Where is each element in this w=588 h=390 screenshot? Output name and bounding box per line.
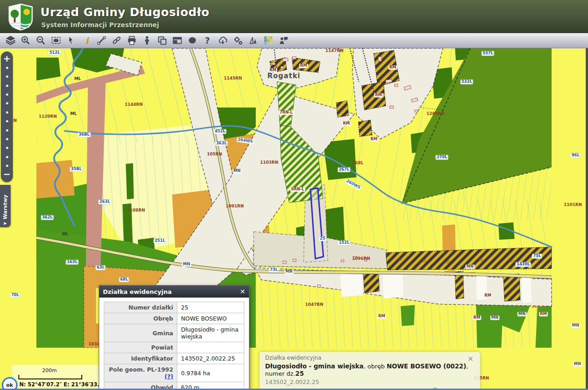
- info-panel-close-icon[interactable]: ✕: [468, 355, 474, 363]
- zoom-in-icon[interactable]: [18, 34, 33, 47]
- attribute-label: Numer działki: [104, 302, 177, 313]
- zoom-slider[interactable]: + −: [1, 52, 13, 182]
- popup-title-text: Działka ewidencyjna: [103, 288, 240, 295]
- map-toolbar: i ?: [0, 33, 588, 48]
- selection-info-panel: Działka ewidencyjna ✕ Długosiodło - gmin…: [260, 352, 480, 390]
- select-area-icon[interactable]: [48, 34, 63, 47]
- download-icon[interactable]: [215, 34, 230, 47]
- app-subtitle: System Informacji Przestrzennej: [41, 21, 159, 29]
- feedback-icon[interactable]: [276, 34, 291, 47]
- gmina-name: Długosiodło - gmina wiejska: [265, 362, 363, 370]
- attribute-value: 143502_2.0022.25: [177, 353, 244, 364]
- zoom-level-dot[interactable]: [6, 67, 8, 69]
- zoom-level-dot[interactable]: [6, 120, 8, 122]
- zoom-level-dot[interactable]: [6, 147, 8, 149]
- copy-view-icon[interactable]: [154, 34, 170, 47]
- zoom-level-dot[interactable]: [6, 165, 8, 167]
- attribute-value: 0.9784 ha: [177, 364, 244, 382]
- zoom-level-dot[interactable]: [6, 111, 8, 114]
- attribute-row: Powiat: [104, 342, 244, 353]
- pointer-icon[interactable]: [63, 34, 79, 47]
- attribute-row: Numer działki25: [104, 302, 244, 313]
- print-icon[interactable]: [124, 34, 139, 47]
- zoom-level-dot[interactable]: [6, 93, 8, 96]
- map-canvas[interactable]: [0, 48, 588, 390]
- attribute-value: Długosiodło - gmina wiejska: [177, 324, 244, 342]
- zoom-level-dot[interactable]: [6, 129, 8, 132]
- gis-application: 1147RN1145RN1144RN1120RN133RN1280RN1103R…: [0, 0, 588, 390]
- window-right-edge: [586, 48, 588, 390]
- attribute-row: ObrębNOWE BOSEWO: [104, 313, 244, 324]
- zoom-level-dot[interactable]: [6, 138, 8, 140]
- app-header: Urząd Gminy Długosiodło System Informacj…: [0, 0, 588, 33]
- popup-body: Numer działki25ObrębNOWE BOSEWOGminaDług…: [99, 298, 249, 390]
- attribute-label: Pole geom. PL-1992(?): [104, 364, 177, 382]
- zoom-level-dot[interactable]: [6, 102, 8, 104]
- help-icon[interactable]: ?: [200, 34, 215, 47]
- svg-text:?: ?: [204, 36, 209, 46]
- street-view-icon[interactable]: [139, 34, 154, 47]
- parcel-attributes-table: Numer działki25ObrębNOWE BOSEWOGminaDług…: [104, 302, 244, 390]
- attribute-row: Pole geom. PL-1992(?)0.9784 ha: [104, 364, 244, 382]
- svg-text:i: i: [85, 35, 89, 46]
- attribute-value: NOWE BOSEWO: [177, 313, 244, 324]
- zoom-in-button[interactable]: +: [3, 54, 11, 63]
- settings-icon[interactable]: [230, 34, 245, 47]
- obreb-name: NOWE BOSEWO (0022): [387, 362, 466, 370]
- parcel-number: 25: [295, 370, 304, 377]
- attribute-label: Identyfikator: [104, 353, 177, 364]
- gmina-crest-logo: [6, 3, 35, 31]
- layout-icon[interactable]: [170, 34, 185, 47]
- info-panel-heading: Działka ewidencyjna: [265, 355, 475, 361]
- zoom-level-dot[interactable]: [6, 75, 8, 78]
- map-viewport[interactable]: 1147RN1145RN1144RN1120RN133RN1280RN1103R…: [0, 48, 588, 390]
- layers-tab-label: Warstwy: [2, 185, 8, 221]
- north-arrow-icon[interactable]: [245, 34, 260, 47]
- attribute-row: GminaDługosiodło - gmina wiejska: [104, 324, 244, 342]
- info-icon[interactable]: i: [79, 34, 94, 47]
- scale-label: 200m: [18, 367, 80, 373]
- zoom-out-button[interactable]: −: [3, 170, 11, 178]
- legend-icon[interactable]: [260, 34, 276, 47]
- ok-button[interactable]: ok: [2, 377, 17, 390]
- zoom-level-dot[interactable]: [6, 156, 8, 158]
- layers-icon[interactable]: [3, 34, 18, 47]
- parcel-identifier: 143502_2.0022.25: [265, 379, 475, 385]
- scale-coords-overlay: 200m N: 52°47′07.2″ E: 21°36′33.5″ X:: [12, 365, 109, 390]
- zoom-out-icon[interactable]: [33, 34, 48, 47]
- popup-close-icon[interactable]: ✕: [240, 288, 245, 295]
- area-help-link[interactable]: (?): [164, 373, 173, 380]
- parcel-summary: Długosiodło - gmina wiejska, obręb NOWE …: [265, 362, 475, 377]
- attribute-label: Powiat: [104, 342, 177, 353]
- measure-icon[interactable]: [94, 34, 109, 47]
- popup-titlebar[interactable]: Działka ewidencyjna ✕: [99, 286, 249, 298]
- zoom-level-dot[interactable]: [6, 85, 8, 87]
- zoom-slider-track[interactable]: [6, 63, 8, 168]
- expand-arrow-icon: ▶: [4, 221, 6, 225]
- layers-panel-tab[interactable]: Warstwy ▶: [0, 185, 11, 227]
- polygon-icon[interactable]: [185, 34, 200, 47]
- attribute-value: 25: [177, 302, 244, 313]
- app-title: Urząd Gminy Długosiodło: [40, 6, 209, 19]
- attribute-value: [177, 342, 244, 353]
- attribute-label: Gmina: [104, 324, 177, 342]
- attribute-row: Identyfikator143502_2.0022.25: [104, 353, 244, 364]
- scale-bar: [18, 375, 82, 379]
- link-icon[interactable]: [109, 34, 124, 47]
- attribute-label: Obręb: [104, 313, 177, 324]
- parcel-attribute-window: Działka ewidencyjna ✕ Numer działki25Obr…: [99, 285, 249, 390]
